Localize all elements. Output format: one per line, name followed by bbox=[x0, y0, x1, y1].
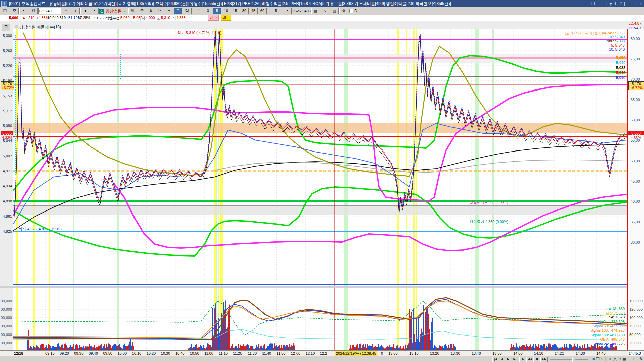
interval-button-3[interactable]: 3 bbox=[204, 8, 212, 14]
strip-icon[interactable]: — bbox=[597, 1, 601, 6]
volume: 10,049,319 bbox=[47, 16, 66, 20]
time-label: 11:50 bbox=[277, 351, 286, 355]
interval-button-15[interactable]: 15 bbox=[231, 8, 239, 14]
sell-button[interactable]: 매도 bbox=[221, 15, 231, 21]
period-button-분[interactable]: 분 bbox=[165, 8, 173, 14]
bar-position: 3526 bbox=[292, 9, 301, 13]
compare-chart-icon[interactable]: ▦ bbox=[311, 8, 320, 14]
interval-button-5[interactable]: 5 bbox=[213, 8, 221, 14]
interval-button-30[interactable]: 30 bbox=[240, 8, 249, 14]
time-label: 14:40 bbox=[596, 351, 606, 355]
time-label: 10:20 bbox=[147, 351, 156, 355]
play-button-3[interactable]: ▶▶ bbox=[540, 357, 548, 362]
period-button-년[interactable]: 년 bbox=[156, 8, 164, 14]
toolbar: ❐ 주 ▼ 전 ▼ ⌕ ◄ ▼ 신 경남스틸 ◢ 일주월년분초틱 1351015… bbox=[0, 7, 644, 15]
buy-button[interactable]: 매수 bbox=[208, 15, 219, 21]
left-axis-label: 4,825 bbox=[0, 229, 12, 233]
best-ask: 5,060 bbox=[120, 16, 130, 20]
d-checkbox[interactable] bbox=[349, 9, 353, 13]
zoom-control-2[interactable]: + bbox=[633, 357, 635, 361]
indicator-legend-entry: Signal 150: -456,758 bbox=[590, 333, 625, 337]
play-button-2[interactable]: ■ bbox=[533, 357, 541, 362]
tool-icon-0[interactable]: ⊞ bbox=[592, 357, 595, 361]
period-button-틱[interactable]: 틱 bbox=[183, 8, 192, 14]
copy-icon[interactable]: ❐ bbox=[604, 1, 607, 6]
period-button-초[interactable]: 초 bbox=[174, 8, 182, 14]
left-axis-label: 4,971 bbox=[0, 169, 12, 173]
separator: | bbox=[624, 1, 625, 6]
right-axis-label: 35,00 bbox=[631, 220, 640, 224]
time-label: 14:00 bbox=[513, 351, 523, 355]
nav-button-2[interactable]: ▶ bbox=[505, 357, 512, 362]
dock-icon[interactable]: ❐ bbox=[1, 8, 9, 14]
pin-icon[interactable]: ┳ bbox=[610, 1, 612, 6]
grid-settings-button[interactable]: ⊞ bbox=[2, 24, 10, 31]
window-controls: ❐—❐┳T?|—❐× bbox=[591, 0, 642, 7]
restore-icon[interactable]: ❐ bbox=[634, 1, 637, 6]
d-checkbox-label: D bbox=[354, 9, 357, 13]
left-axis-label: 4,934 bbox=[0, 184, 12, 188]
font-icon[interactable]: T bbox=[614, 1, 617, 6]
interval-button-60[interactable]: 60 bbox=[258, 8, 267, 14]
save-icon[interactable]: ▤ bbox=[330, 8, 339, 14]
period-button-일[interactable]: 일 bbox=[128, 8, 137, 14]
nav-button-0[interactable]: |◀ bbox=[492, 357, 499, 362]
chart-area[interactable]: ⊞ 경남스틸 매물대 수(13) LC:4,87 HC:-4,7 5,176+6… bbox=[0, 21, 644, 350]
high-price: 5,310 bbox=[161, 16, 170, 20]
interval-button-10[interactable]: 10 bbox=[222, 8, 230, 14]
speaker-dropdown-icon[interactable]: ▼ bbox=[90, 8, 99, 14]
left-axis-label: 5,080 bbox=[0, 124, 12, 128]
popup-icon[interactable]: ❐ bbox=[591, 1, 595, 6]
speaker-icon[interactable]: ◄ bbox=[80, 8, 89, 14]
time-label: 14:30 bbox=[576, 351, 585, 355]
minimize-icon[interactable]: — bbox=[627, 1, 631, 6]
market-dropdown-icon[interactable]: ▼ bbox=[19, 8, 28, 14]
hc-value: HC:-4,7 bbox=[629, 26, 641, 30]
nav-button-3[interactable]: ▶| bbox=[512, 357, 518, 362]
code-dropdown-icon[interactable]: ▼ bbox=[62, 8, 70, 14]
stock-code-input[interactable] bbox=[38, 8, 61, 14]
time-label: 11:20 bbox=[233, 351, 242, 355]
help-icon[interactable]: ? bbox=[619, 1, 622, 6]
indicator-legend-entry: Signal 100: -474,923 bbox=[590, 328, 625, 333]
play-button-1[interactable]: ◀◀ bbox=[526, 357, 534, 362]
zoom-control-3[interactable]: A bbox=[639, 357, 642, 361]
tool-icon-2[interactable]: ∿ bbox=[600, 357, 604, 361]
tool-icon-1[interactable]: ❐ bbox=[596, 357, 600, 361]
bar-total: /5403 bbox=[301, 9, 311, 13]
ma-edge-value: 5,038 bbox=[616, 66, 625, 70]
prev-stock-button[interactable]: 전 bbox=[29, 8, 38, 14]
interval-button-1[interactable]: 1 bbox=[195, 8, 203, 14]
zoom-control-0[interactable]: ⌕ bbox=[619, 357, 622, 361]
price-chart-svg[interactable] bbox=[13, 29, 627, 286]
period-button-월[interactable]: 월 bbox=[147, 8, 155, 14]
current-price-box-right: 5,060 bbox=[628, 131, 644, 135]
count-dropdown-icon[interactable]: ▼ bbox=[283, 8, 292, 14]
nav-button-1[interactable]: ◀ bbox=[499, 357, 505, 362]
tool-icon-3[interactable]: ┃ bbox=[605, 357, 607, 361]
zoom-control-1[interactable]: − bbox=[626, 357, 628, 361]
time-label: 09:40 bbox=[89, 351, 98, 355]
market-select[interactable]: 주 bbox=[10, 8, 19, 14]
right-axis-label: 75,00 bbox=[631, 57, 640, 61]
tool-icon-7[interactable]: ▦ bbox=[622, 357, 626, 361]
zoom-slider-track[interactable] bbox=[550, 359, 588, 360]
period-button-주[interactable]: 주 bbox=[138, 8, 146, 14]
indicator-right-axis-label: 25,000 bbox=[629, 341, 641, 345]
search-icon[interactable]: ⌕ bbox=[71, 8, 80, 14]
time-axis[interactable]: 12/1809:1009:2009:3009:4009:5010:0010:10… bbox=[0, 350, 644, 356]
indicator-chart-svg[interactable] bbox=[13, 288, 627, 350]
indicator-left-axis-label: 00,000 bbox=[0, 299, 12, 303]
settings-gear-icon[interactable]: ⚙ bbox=[339, 8, 348, 14]
close-icon[interactable]: × bbox=[640, 1, 642, 6]
play-button-0[interactable]: ▶ bbox=[519, 357, 527, 362]
count-select[interactable]: 5 bbox=[270, 8, 282, 14]
line-style-icon[interactable]: ∿ bbox=[321, 8, 329, 14]
tool-icon-4[interactable]: ⌖ bbox=[609, 357, 611, 361]
tool-icon-5[interactable]: ⋀ bbox=[613, 357, 617, 361]
time-label: 13:10 bbox=[409, 351, 419, 355]
zoom-slider-thumb[interactable] bbox=[572, 357, 575, 362]
time-label: 13:20 bbox=[430, 351, 439, 355]
left-axis-label: 5,300 bbox=[0, 34, 12, 38]
interval-button-45[interactable]: 45 bbox=[249, 8, 258, 14]
